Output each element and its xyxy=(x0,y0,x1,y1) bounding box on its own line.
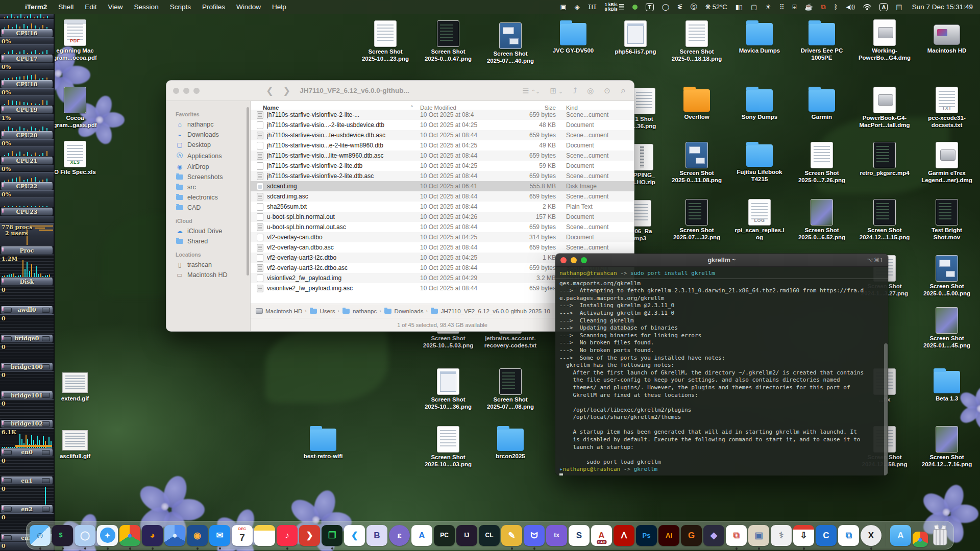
dock-item-s-dark-app[interactable]: S xyxy=(569,525,590,546)
dock-item-safari[interactable]: ✦ xyxy=(97,525,118,546)
table-row[interactable]: jh7110s-starfive-visio...-2-lite-usbdevi… xyxy=(251,120,634,130)
sidebar-item-nathanpc[interactable]: ⌂nathanpc xyxy=(172,119,246,130)
gkrellm-net-label-en2[interactable]: en2 xyxy=(1,505,53,513)
more-options-icon[interactable]: ⊙ xyxy=(604,86,610,95)
menubar-display-icon[interactable]: ⌹ xyxy=(789,0,800,14)
desktop-icon[interactable]: Beta 1.3 xyxy=(916,367,977,403)
zoom-button[interactable] xyxy=(193,88,200,94)
tag-icon[interactable]: ◎ xyxy=(587,86,594,95)
table-row[interactable]: jh7110s-starfive-visio...lite-wm8960.dtb… xyxy=(251,151,634,161)
desktop-icon[interactable]: brcon2025 xyxy=(480,425,541,460)
table-row[interactable]: sdcard.img 10 Oct 2025 at 06:41 555.8 MB… xyxy=(251,181,634,191)
table-row[interactable]: u-boot-spl.bin.normal.out 10 Oct 2025 at… xyxy=(251,212,634,222)
menu-help[interactable]: Help xyxy=(266,0,292,14)
search-icon[interactable]: ⌕ xyxy=(621,85,626,96)
dock-item-installer-app[interactable]: ⇩ xyxy=(793,525,814,546)
back-button[interactable]: ❮ xyxy=(266,85,274,96)
dock-item-overlap-squares-app[interactable]: ⧉ xyxy=(726,525,747,546)
menubar-piggy-bank-icon[interactable]: ᓬ xyxy=(674,0,685,14)
dock-item-orion-browser[interactable]: ◯ xyxy=(75,525,95,546)
desktop-icon[interactable]: Screen Shot2025-07....32.png xyxy=(666,199,727,241)
menubar-wifi-icon[interactable] xyxy=(860,0,875,14)
gkrellm-net-label-bridge101[interactable]: bridge101 xyxy=(1,391,53,399)
menu-edit[interactable]: Edit xyxy=(79,0,102,14)
menu-profiles[interactable]: Profiles xyxy=(197,0,231,14)
sidebar-item-desktop[interactable]: ▢Desktop xyxy=(172,140,246,150)
grid-view-icon[interactable]: ⊞ ⌄ xyxy=(550,86,563,95)
gkrellm-net-label-en1[interactable]: en1 xyxy=(1,477,53,485)
menubar-rounded-rect-icon[interactable]: ▢ xyxy=(747,0,761,14)
menubar-network-speed[interactable]: 1 kB/s8 kB/s xyxy=(601,0,628,14)
minimize-button[interactable] xyxy=(571,257,577,263)
dock-item-firefox[interactable]: ◕ xyxy=(142,525,163,546)
dock-item-orbit-app[interactable]: ◉ xyxy=(187,525,208,546)
gkrellm-cpu-label[interactable]: CPU20 xyxy=(1,131,53,139)
desktop-icon[interactable]: Garmin eTrexLegend...ner).dmg xyxy=(916,142,977,184)
desktop-icon[interactable]: Screen Shot2025-10....36.png xyxy=(418,368,479,410)
dock-item-xquartz[interactable]: X xyxy=(861,525,881,546)
menu-session[interactable]: Session xyxy=(129,0,164,14)
desktop-icon[interactable]: Screen Shot2025-07....08.png xyxy=(480,368,541,410)
desktop-icon[interactable]: Screen Shot2025-0...11.08.png xyxy=(666,142,727,184)
desktop-icon[interactable]: Screen Shot2025-10....03.png xyxy=(418,426,479,468)
desktop-icon[interactable]: Fujitsu LifebookT4215 xyxy=(729,141,790,183)
table-row[interactable]: sdcard.img.asc 10 Oct 2025 at 08:44 659 … xyxy=(251,191,634,202)
menu-scripts[interactable]: Scripts xyxy=(164,0,197,14)
gkrellm-proc-label[interactable]: Proc xyxy=(1,246,53,255)
menu-iterm2[interactable]: iTerm2 xyxy=(19,0,53,14)
desktop-icon[interactable]: Macintosh HD xyxy=(916,19,977,55)
apple-menu-icon[interactable] xyxy=(7,0,19,14)
desktop-icon[interactable]: Screen Shot2025-0...18.18.png xyxy=(666,20,727,62)
sidebar-item-downloads[interactable]: ◒Downloads xyxy=(172,130,246,140)
dock-item-bbedit[interactable]: B xyxy=(366,525,387,546)
table-row[interactable]: jh7110s-starfive-visio...e-2-lite-wm8960… xyxy=(251,140,634,151)
desktop-icon[interactable]: Screen Shot2025-07....40.png xyxy=(480,22,541,64)
table-row[interactable]: jh7110s-starfive-visionfive-2-lite.dtb 1… xyxy=(251,161,634,171)
table-row[interactable]: jh7110s-starfive-visionfive-2-lite-... 1… xyxy=(251,110,634,120)
gkrellm-cpu-label[interactable]: CPU17 xyxy=(1,55,53,63)
sidebar-item-trashcan[interactable]: ▯trashcan xyxy=(172,260,246,270)
dock-item-texts-app[interactable]: tx xyxy=(546,525,567,546)
menu-shell[interactable]: Shell xyxy=(53,0,79,14)
dock-item-mail[interactable]: ✉ xyxy=(209,525,230,546)
breadcrumb-item[interactable]: nathanpc xyxy=(342,308,377,314)
gkrellm-net-label-en0[interactable]: en0 xyxy=(1,448,53,457)
forward-button[interactable]: ❯ xyxy=(283,85,290,96)
terminal-titlebar[interactable]: gkrellm ~ ⌥⌘1 xyxy=(555,254,888,267)
menubar-brightness-icon[interactable]: ☀ xyxy=(762,0,775,14)
terminal-scrollbar[interactable] xyxy=(884,343,888,476)
desktop-icon[interactable]: PowerBook-G4-MacPort...tall.dmg xyxy=(854,87,915,129)
gkrellm-cpu-label[interactable]: CPU16 xyxy=(1,29,53,37)
menubar-fan-icon[interactable]: ❋52°C xyxy=(702,0,731,14)
dock-item-discord[interactable]: ᗢ xyxy=(524,525,545,546)
dock-item-calendar[interactable]: 7DEC xyxy=(232,525,253,546)
menubar-t-app-icon[interactable]: T xyxy=(642,0,657,14)
desktop-icon[interactable]: Screen Shot2025-0...6.52.png xyxy=(791,199,852,241)
menubar-disk-stack-icon[interactable]: ▤ xyxy=(892,0,905,14)
gkrellm-cpu-label[interactable]: CPU23 xyxy=(1,208,53,216)
terminal-content[interactable]: nathanpc@trashcan -> sudo port install g… xyxy=(555,267,888,476)
menubar-dots-grid-icon[interactable]: ⠿ xyxy=(776,0,788,14)
sidebar-item-screenshots[interactable]: Screenshots xyxy=(172,172,246,182)
menubar-status-dot[interactable] xyxy=(629,0,641,14)
terminal-window-controls[interactable] xyxy=(560,257,587,263)
sidebar-item-electronics[interactable]: electronics xyxy=(172,192,246,203)
desktop-icon[interactable]: Overflow xyxy=(666,86,727,121)
gkrellm-cpu-label[interactable]: CPU21 xyxy=(1,157,53,165)
dock-item-photoshop[interactable]: Ps xyxy=(636,525,657,546)
desktop-icon[interactable]: best-retro-wifi xyxy=(292,425,354,460)
menubar-cube-icon[interactable]: ◈ xyxy=(571,0,583,14)
sidebar-item-airdrop[interactable]: ◉AirDrop xyxy=(172,162,246,172)
desktop-icon[interactable]: Screen Shot2025-01....45.png xyxy=(916,307,977,349)
desktop-icon[interactable]: JVC GY-DV500 xyxy=(543,19,604,55)
desktop-icon[interactable]: Garmin xyxy=(791,86,852,121)
breadcrumb-item[interactable]: Macintosh HD xyxy=(256,308,302,314)
dock-item-chrome[interactable]: ● xyxy=(119,525,140,546)
desktop-icon[interactable]: Screen Shot2024-12...7.16.png xyxy=(916,426,977,468)
table-row[interactable]: vf2-overlay-can.dtbo.asc 10 Oct 2025 at … xyxy=(251,242,634,253)
dock-item-illustrator[interactable]: Ai xyxy=(658,525,679,546)
minimize-button[interactable] xyxy=(183,88,189,94)
dock-item-chrome-mini[interactable]: ● xyxy=(913,532,928,547)
sidebar-item-applications[interactable]: ⒶApplications xyxy=(172,150,246,162)
zoom-button[interactable] xyxy=(581,257,587,263)
